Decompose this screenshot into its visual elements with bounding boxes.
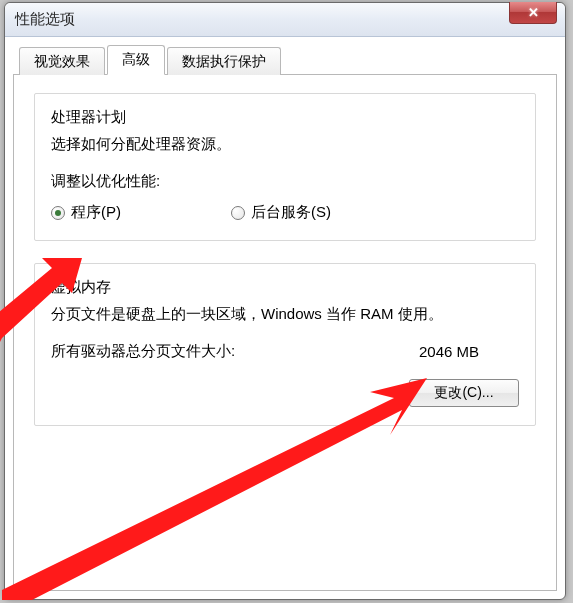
radio-background-services[interactable]: 后台服务(S) (231, 203, 331, 222)
tab-label: 视觉效果 (34, 53, 90, 71)
radio-icon (231, 206, 245, 220)
performance-options-window: 性能选项 ✕ 视觉效果 高级 数据执行保护 处理器计划 选择如何分配处理器资源。… (4, 2, 566, 600)
vm-total-value: 2046 MB (419, 343, 519, 360)
vm-total-row: 所有驱动器总分页文件大小: 2046 MB (51, 342, 519, 361)
advanced-panel: 处理器计划 选择如何分配处理器资源。 调整以优化性能: 程序(P) 后台服务(S… (13, 75, 557, 591)
vm-total-label: 所有驱动器总分页文件大小: (51, 342, 235, 361)
tab-dep[interactable]: 数据执行保护 (167, 47, 281, 75)
close-button[interactable]: ✕ (509, 2, 557, 24)
radio-programs[interactable]: 程序(P) (51, 203, 121, 222)
window-title: 性能选项 (15, 10, 75, 29)
virtual-memory-group: 虚拟内存 分页文件是硬盘上的一块区域，Windows 当作 RAM 使用。 所有… (34, 263, 536, 426)
group-title: 处理器计划 (51, 108, 519, 127)
radio-icon (51, 206, 65, 220)
tab-label: 数据执行保护 (182, 53, 266, 71)
group-desc: 分页文件是硬盘上的一块区域，Windows 当作 RAM 使用。 (51, 305, 519, 324)
change-button[interactable]: 更改(C)... (409, 379, 519, 407)
tab-visual-effects[interactable]: 视觉效果 (19, 47, 105, 75)
close-icon: ✕ (528, 5, 539, 20)
button-row: 更改(C)... (51, 379, 519, 407)
group-title: 虚拟内存 (51, 278, 519, 297)
titlebar[interactable]: 性能选项 ✕ (5, 3, 565, 37)
tab-label: 高级 (122, 51, 150, 69)
button-label: 更改(C)... (434, 384, 493, 402)
tab-advanced[interactable]: 高级 (107, 45, 165, 75)
radio-label: 后台服务(S) (251, 203, 331, 222)
radio-row: 程序(P) 后台服务(S) (51, 203, 519, 222)
tab-strip: 视觉效果 高级 数据执行保护 (13, 43, 557, 75)
client-area: 视觉效果 高级 数据执行保护 处理器计划 选择如何分配处理器资源。 调整以优化性… (13, 43, 557, 591)
processor-scheduling-group: 处理器计划 选择如何分配处理器资源。 调整以优化性能: 程序(P) 后台服务(S… (34, 93, 536, 241)
radio-label: 程序(P) (71, 203, 121, 222)
adjust-label: 调整以优化性能: (51, 172, 519, 191)
group-desc: 选择如何分配处理器资源。 (51, 135, 519, 154)
